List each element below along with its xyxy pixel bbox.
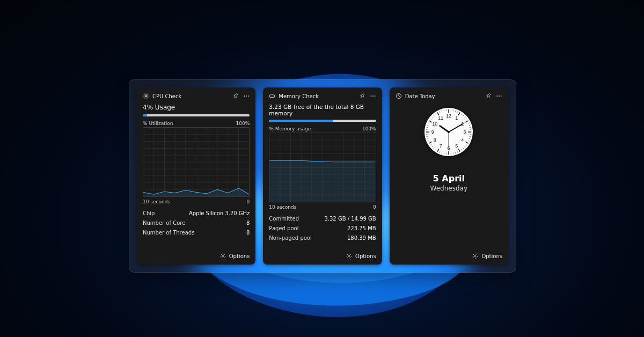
cpu-widget-title: CPU Check	[152, 93, 229, 99]
options-button[interactable]: Options	[269, 249, 376, 259]
svg-text:10: 10	[433, 121, 438, 127]
cpu-stat-row: Number of Core8	[143, 218, 250, 228]
svg-point-2	[244, 96, 245, 97]
cpu-usage-bar	[143, 114, 250, 116]
memory-usage-bar	[269, 120, 376, 122]
svg-text:11: 11	[438, 115, 443, 121]
clock-icon	[396, 93, 402, 99]
pin-icon[interactable]	[232, 93, 239, 99]
svg-rect-24	[270, 95, 275, 98]
svg-point-4	[248, 96, 249, 97]
cpu-stat-row-value: 8	[246, 218, 250, 228]
svg-point-52	[496, 96, 497, 97]
more-icon[interactable]	[243, 93, 250, 99]
cpu-stat-row: Number of Threads8	[143, 228, 250, 238]
svg-point-131	[448, 131, 450, 133]
svg-point-50	[348, 255, 350, 257]
memory-stat-row-label: Paged pool	[269, 224, 298, 233]
cpu-stat-row-label: Number of Core	[143, 218, 185, 228]
date-widget-title: Date Today	[405, 93, 482, 99]
cpu-stat-row-label: Number of Threads	[143, 228, 194, 238]
cpu-usage-headline: 4% Usage	[143, 104, 250, 111]
date-main: 5 April	[430, 173, 467, 184]
gear-icon	[220, 253, 226, 259]
svg-text:3: 3	[464, 129, 466, 135]
cpu-chart-y-label: % Utilization	[143, 121, 173, 126]
memory-chart-y-label: % Memory usage	[269, 126, 311, 131]
svg-text:4: 4	[462, 137, 464, 143]
memory-stat-row-label: Committed	[269, 214, 299, 224]
options-label: Options	[481, 253, 502, 259]
cpu-stat-row-label: Chip	[143, 209, 155, 218]
svg-point-3	[246, 96, 247, 97]
options-label: Options	[229, 253, 250, 259]
memory-stat-row-value: 180.39 MB	[347, 233, 376, 243]
svg-point-29	[370, 96, 371, 97]
svg-text:12: 12	[446, 113, 451, 119]
svg-rect-1	[145, 96, 147, 97]
memory-chart-y-max: 100%	[362, 126, 376, 131]
svg-text:5: 5	[456, 143, 458, 149]
options-button[interactable]: Options	[396, 249, 502, 259]
cpu-icon	[143, 93, 149, 99]
svg-point-54	[501, 96, 502, 97]
memory-stat-row: Paged pool223.75 MB	[269, 224, 376, 233]
cpu-stat-row-value: 8	[246, 228, 250, 238]
memory-widget: Memory Check 3.23 GB free of the the tot…	[263, 87, 382, 265]
cpu-chart	[143, 127, 250, 197]
memory-stat-row: Non-paged pool180.39 MB	[269, 233, 376, 243]
gear-icon	[472, 253, 478, 259]
memory-widget-title: Memory Check	[279, 93, 355, 99]
memory-chart-x-left: 10 seconds	[269, 204, 296, 210]
memory-stat-row: Committed3.32 GB / 14.99 GB	[269, 214, 376, 224]
svg-text:9: 9	[431, 129, 434, 135]
memory-headline: 3.23 GB free of the the total 8 GB memor…	[269, 104, 376, 116]
svg-point-53	[499, 96, 500, 97]
cpu-stat-row-value: Apple Silicon 3.20 GHz	[189, 209, 250, 218]
svg-point-23	[222, 255, 224, 257]
cpu-chart-y-max: 100%	[236, 121, 250, 126]
memory-stat-row-label: Non-paged pool	[269, 233, 311, 243]
date-widget: Date Today 123456789101112	[390, 87, 508, 265]
svg-text:1: 1	[456, 115, 458, 121]
cpu-chart-x-left: 10 seconds	[143, 199, 170, 204]
svg-point-30	[372, 96, 374, 97]
gear-icon	[346, 253, 352, 259]
svg-point-132	[475, 255, 477, 257]
more-icon[interactable]	[370, 93, 376, 99]
date-weekday: Wednesday	[430, 185, 467, 192]
svg-text:8: 8	[434, 137, 436, 143]
svg-point-31	[375, 96, 376, 97]
pin-icon[interactable]	[485, 93, 492, 99]
svg-text:7: 7	[440, 143, 442, 149]
options-button[interactable]: Options	[143, 249, 250, 259]
cpu-widget: CPU Check 4% Usage % Utilization 100%	[137, 87, 255, 265]
analog-clock: 123456789101112	[425, 108, 473, 156]
cpu-chart-x-right: 0	[247, 199, 250, 204]
memory-chart-x-right: 0	[373, 204, 376, 210]
options-label: Options	[355, 253, 376, 259]
memory-stat-row-value: 3.32 GB / 14.99 GB	[324, 214, 376, 224]
memory-chart	[269, 133, 376, 202]
memory-stat-row-value: 223.75 MB	[347, 224, 376, 233]
cpu-stat-row: ChipApple Silicon 3.20 GHz	[143, 209, 250, 218]
widgets-panel: CPU Check 4% Usage % Utilization 100%	[129, 79, 516, 273]
more-icon[interactable]	[496, 93, 502, 99]
pin-icon[interactable]	[359, 93, 365, 99]
memory-icon	[269, 93, 275, 99]
